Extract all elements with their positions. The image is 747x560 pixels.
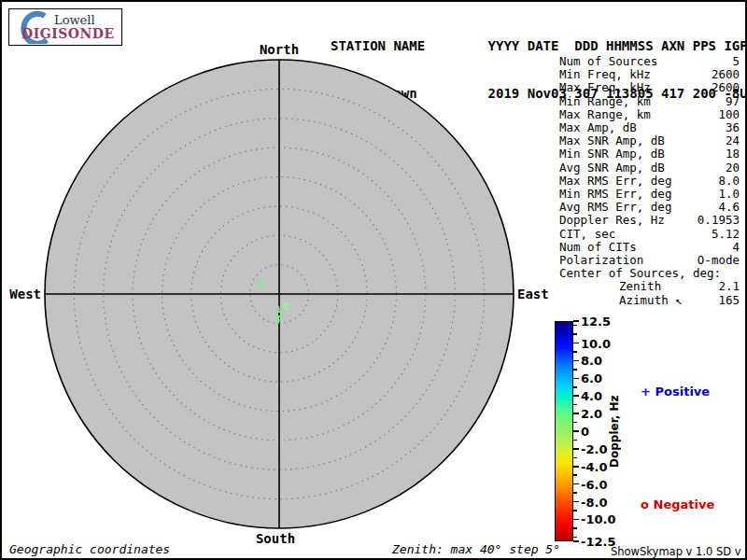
stat-value: 24: [726, 134, 740, 147]
colorbar-minor-tick: [573, 457, 577, 459]
coordinate-system-note: Geographic coordinates: [9, 542, 170, 556]
stat-label: Num of CITs: [559, 241, 637, 254]
stat-label: Avg SNR Amp, dB: [559, 161, 665, 175]
stat-value: 8.0: [718, 175, 740, 188]
stat-row: Num of Sources5: [559, 55, 740, 68]
zenith-grid-note: Zenith: max 40° step 5°: [392, 542, 560, 556]
colorbar-major-tick: [573, 413, 579, 414]
stat-row: Avg SNR Amp, dB20: [559, 161, 740, 175]
label-east: East: [517, 287, 549, 301]
stat-value: 100: [718, 108, 740, 121]
colorbar-major-tick: [573, 320, 579, 322]
colorbar-tick-label: 0: [581, 425, 589, 439]
stat-row: Center of Sources, deg:: [559, 267, 740, 280]
stat-label: Avg RMS Err, deg: [559, 201, 671, 214]
colorbar-minor-tick: [573, 351, 577, 353]
stat-row: PolarizationO-mode: [559, 254, 740, 267]
stat-label: CIT, sec: [559, 228, 615, 241]
stat-value: 20: [726, 161, 740, 175]
legend-negative-label: Negative: [654, 497, 715, 511]
colorbar-major-tick: [573, 360, 579, 362]
stat-value: 97: [726, 95, 740, 108]
stat-value: 2600: [712, 81, 740, 94]
colorbar-tick-label: -4.0: [581, 459, 607, 473]
stat-row: CIT, sec5.12: [559, 228, 740, 241]
colorbar-minor-tick: [573, 474, 577, 476]
colorbar-tick-label: 4.0: [581, 389, 602, 403]
label-north: North: [260, 42, 299, 57]
stat-value: 18: [726, 147, 740, 161]
stat-value: 0.1953: [698, 214, 740, 227]
stat-label: Doppler Res, Hz: [559, 214, 665, 227]
stat-row: Avg RMS Err, deg4.6: [559, 201, 740, 214]
colorbar-tick-label: 10.0: [581, 336, 611, 350]
colorbar-major-tick: [573, 448, 579, 450]
colorbar-minor-tick: [573, 527, 577, 529]
legend-positive: + Positive: [624, 371, 710, 413]
colorbar-tick-label: -6.0: [581, 477, 607, 491]
stat-value: 4: [732, 241, 740, 254]
stat-label: Min RMS Err, deg: [559, 188, 671, 201]
stat-label: Max Freq, kHz: [559, 81, 651, 94]
stat-row: Min Freq, kHz2600: [559, 68, 740, 81]
colorbar-minor-tick: [573, 325, 577, 327]
colorbar-tick-label: 6.0: [581, 371, 602, 385]
stat-row: Max Range, km100: [559, 108, 740, 121]
stat-row: Min SNR Amp, dB18: [559, 147, 740, 161]
colorbar-tick-label: 12.5: [581, 315, 611, 329]
stat-label: Min Freq, kHz: [559, 68, 651, 81]
stat-value: 4.6: [718, 201, 740, 214]
doppler-colorbar: [555, 321, 573, 541]
colorbar-major-tick: [573, 378, 579, 380]
colorbar-axis-label: Doppler, Hz: [608, 383, 621, 480]
circle-marker-icon: o: [641, 497, 649, 511]
colorbar-tick-label: -10.0: [581, 512, 615, 526]
stat-label: Min Range, km: [559, 95, 651, 108]
colorbar-tick-label: 2.0: [581, 407, 602, 421]
stat-value: 5.12: [712, 228, 740, 241]
stat-row: Max Freq, kHz2600: [559, 81, 740, 94]
stat-row: Azimuth ↖165: [559, 294, 740, 307]
colorbar-minor-tick: [573, 422, 577, 424]
stat-row: Min RMS Err, deg1.0: [559, 188, 740, 201]
stat-label: Center of Sources, deg:: [559, 267, 721, 280]
stat-row: Max RMS Err, deg8.0: [559, 175, 740, 188]
stat-label: Zenith: [559, 280, 661, 293]
stat-value: 165: [718, 294, 740, 307]
stat-label: Max SNR Amp, dB: [559, 134, 665, 147]
stat-row: Max Amp, dB36: [559, 121, 740, 134]
colorbar-major-tick: [573, 395, 579, 397]
colorbar-major-tick: [573, 519, 579, 521]
stat-row: Num of CITs4: [559, 241, 740, 254]
legend-positive-label: Positive: [655, 385, 711, 399]
stat-label: Max Amp, dB: [559, 121, 637, 134]
stat-label: Azimuth ↖: [559, 294, 683, 307]
colorbar-major-tick: [573, 343, 579, 344]
colorbar-tick-label: -8.0: [581, 495, 607, 509]
stat-row: Min Range, km97: [559, 95, 740, 108]
stat-label: Max Range, km: [559, 108, 651, 121]
colorbar-tick-label: 8.0: [581, 354, 602, 368]
colorbar-major-tick: [573, 466, 579, 468]
colorbar-major-tick: [573, 501, 579, 503]
stat-row: Max SNR Amp, dB24: [559, 134, 740, 147]
plus-marker-icon: +: [641, 385, 651, 399]
colorbar-minor-tick: [573, 510, 577, 511]
stat-value: 2600: [712, 68, 740, 81]
stat-label: Max RMS Err, deg: [559, 175, 671, 188]
colorbar-minor-tick: [573, 333, 577, 335]
colorbar-major-tick: [573, 540, 579, 542]
legend-negative: o Negative: [624, 483, 714, 525]
colorbar-minor-tick: [573, 492, 577, 494]
showskymap-window: Lowell DIGISONDE STATION NAME YYYY DATE …: [0, 0, 747, 560]
colorbar-minor-tick: [573, 537, 577, 539]
colorbar-major-tick: [573, 430, 579, 432]
stat-value: 2.1: [718, 280, 740, 293]
stat-row: Zenith2.1: [559, 280, 740, 293]
stat-value: 1.0: [718, 188, 740, 201]
colorbar-minor-tick: [573, 386, 577, 388]
colorbar-minor-tick: [573, 440, 577, 441]
colorbar-major-tick: [573, 483, 579, 485]
stat-label: Min SNR Amp, dB: [559, 147, 665, 161]
label-west: West: [9, 287, 41, 301]
